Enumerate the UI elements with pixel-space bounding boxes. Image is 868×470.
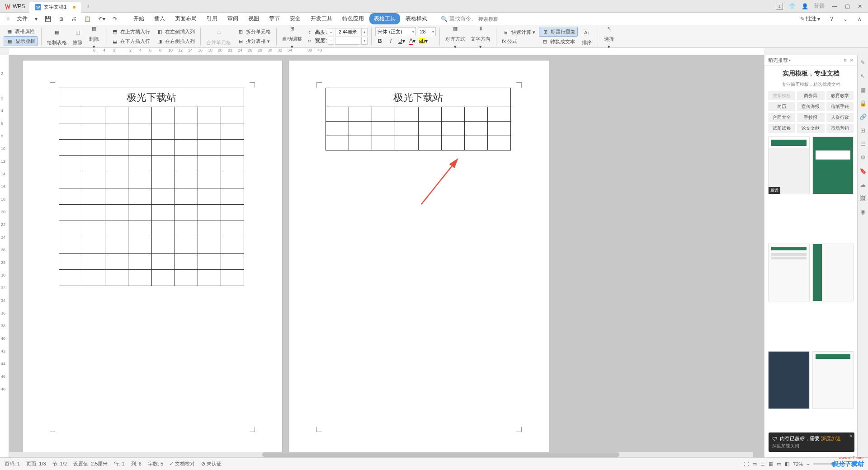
height-inc[interactable]: + bbox=[361, 28, 368, 36]
table-header-cell[interactable]: 极光下载站 bbox=[326, 88, 511, 107]
user-name[interactable]: 普普 bbox=[814, 2, 825, 10]
convert-to-text-button[interactable]: ⊟转换成文本 bbox=[539, 37, 578, 46]
cat-exam[interactable]: 试题试卷 bbox=[768, 124, 795, 133]
text-direction-button[interactable]: ⥮文字方向▾ bbox=[469, 23, 492, 50]
lock-icon[interactable]: 🔒 bbox=[859, 99, 867, 107]
close-button[interactable]: ✕ bbox=[855, 2, 864, 11]
height-dec[interactable]: − bbox=[328, 28, 334, 36]
template-thumb[interactable] bbox=[812, 244, 854, 301]
tab-special[interactable]: 特色应用 bbox=[338, 13, 368, 24]
hamburger-icon[interactable]: ≡ bbox=[4, 15, 12, 23]
undo-icon[interactable]: ↶▾ bbox=[95, 15, 108, 23]
cat-letter[interactable]: 信纸手账 bbox=[826, 102, 854, 111]
insert-col-left-button[interactable]: ◧在左侧插入列 bbox=[154, 27, 197, 36]
cat-poster[interactable]: 宣传海报 bbox=[797, 102, 824, 111]
draw-table-button[interactable]: ▦绘制表格 bbox=[45, 27, 69, 47]
table-1[interactable]: 极光下载站 bbox=[59, 88, 244, 286]
font-size-select[interactable]: 28 bbox=[418, 27, 436, 36]
zoom-value[interactable]: 72% bbox=[793, 461, 803, 467]
tab-start[interactable]: 开始 bbox=[129, 13, 149, 24]
user-avatar-icon[interactable]: 👤 bbox=[801, 3, 808, 10]
bookmark-icon[interactable]: 🔖 bbox=[859, 167, 867, 174]
page-2[interactable]: 极光下载站 bbox=[289, 61, 549, 454]
insert-row-below-button[interactable]: ⬓在下方插入行 bbox=[109, 37, 152, 46]
alignment-button[interactable]: ▦对齐方式▾ bbox=[443, 23, 467, 50]
tab-layout[interactable]: 页面布局 bbox=[170, 13, 201, 24]
panel-menu-icon[interactable]: ≡ bbox=[844, 57, 847, 63]
template-thumb[interactable] bbox=[768, 351, 810, 409]
outline-icon[interactable]: ☰ bbox=[859, 140, 867, 147]
width-inc[interactable]: + bbox=[361, 37, 368, 45]
view-print-icon[interactable]: ▭ bbox=[752, 461, 757, 467]
grid-icon[interactable]: ⊞ bbox=[859, 127, 867, 134]
more-icon[interactable]: ⌄ bbox=[840, 15, 850, 23]
highlight-button[interactable]: ab▾ bbox=[419, 37, 428, 46]
tab-review[interactable]: 审阅 bbox=[223, 13, 243, 24]
quick-calc-button[interactable]: 🖩快速计算▾ bbox=[500, 28, 537, 37]
minimize-button[interactable]: — bbox=[830, 2, 839, 11]
font-family-select[interactable]: 宋体 (正文) bbox=[375, 27, 416, 36]
sort-button[interactable]: A↓排序 bbox=[580, 27, 594, 47]
width-dec[interactable]: − bbox=[328, 37, 334, 45]
template-thumb[interactable] bbox=[768, 244, 810, 301]
select-arrow-icon[interactable]: ↖ bbox=[859, 72, 867, 80]
cat-newspaper[interactable]: 手抄报 bbox=[797, 113, 824, 122]
status-auth[interactable]: ⊘ 未认证 bbox=[201, 461, 222, 467]
print-icon[interactable]: 🖨 bbox=[69, 15, 80, 23]
table-2[interactable]: 极光下载站 bbox=[326, 88, 511, 150]
notification-badge[interactable]: 1 bbox=[776, 3, 783, 10]
table-header-cell[interactable]: 极光下载站 bbox=[59, 88, 244, 107]
tab-devtools[interactable]: 开发工具 bbox=[306, 13, 337, 24]
show-frame-button[interactable]: ▦显示虚框 bbox=[4, 36, 38, 46]
tab-insert[interactable]: 插入 bbox=[150, 13, 170, 24]
layers-icon[interactable]: ▦ bbox=[859, 86, 867, 93]
page-1[interactable]: 极光下载站 bbox=[23, 61, 282, 454]
view-web-icon[interactable]: ▦ bbox=[769, 461, 773, 467]
italic-button[interactable]: I bbox=[386, 37, 395, 46]
document-canvas[interactable]: 极光下载站 极光下载站 bbox=[9, 55, 764, 457]
help-icon[interactable]: ? bbox=[827, 15, 836, 23]
fullscreen-icon[interactable]: ⛶ bbox=[744, 461, 749, 467]
file-menu[interactable]: 文件 bbox=[14, 14, 30, 24]
status-page-no[interactable]: 页码: 1 bbox=[5, 461, 20, 467]
cat-contract[interactable]: 合同大全 bbox=[768, 113, 795, 122]
status-pages[interactable]: 页面: 1/3 bbox=[26, 461, 46, 467]
bold-button[interactable]: B bbox=[375, 37, 384, 46]
cat-business[interactable]: 商务风 bbox=[797, 91, 824, 100]
split-cell-button[interactable]: ⊞拆分单元格 bbox=[235, 27, 273, 36]
template-thumb[interactable] bbox=[812, 351, 854, 409]
cat-resume[interactable]: 简历 bbox=[768, 102, 795, 111]
cat-marketing[interactable]: 市场营销 bbox=[826, 124, 854, 133]
view-read-icon[interactable]: ▭ bbox=[777, 461, 781, 467]
insert-row-above-button[interactable]: ⬒在上方插入行 bbox=[109, 27, 152, 36]
status-spellcheck[interactable]: ✓ 文档校对 bbox=[170, 461, 195, 467]
erase-button[interactable]: ◫擦除 bbox=[71, 27, 85, 47]
font-color-button[interactable]: A▾ bbox=[408, 37, 417, 46]
save-icon[interactable]: 💾 bbox=[42, 15, 54, 23]
search-input[interactable] bbox=[478, 16, 533, 22]
autofit-button[interactable]: ⊞自动调整▾ bbox=[280, 23, 304, 50]
zoom-out-button[interactable]: − bbox=[807, 461, 809, 467]
status-words[interactable]: 字数: 5 bbox=[148, 461, 163, 467]
width-input[interactable] bbox=[335, 37, 360, 45]
horizontal-ruler[interactable]: 642 246 81012 141618 202224 262830 32343… bbox=[9, 48, 764, 55]
height-input[interactable] bbox=[335, 28, 360, 36]
panel-close-icon[interactable]: ✕ bbox=[849, 57, 854, 63]
tab-reference[interactable]: 引用 bbox=[202, 13, 222, 24]
cat-hr[interactable]: 人资行政 bbox=[826, 113, 854, 122]
tab-view[interactable]: 视图 bbox=[244, 13, 264, 24]
view-outline-icon[interactable]: ☰ bbox=[760, 461, 765, 467]
ruler-toggle-icon[interactable]: ◧ bbox=[785, 461, 789, 467]
settings-icon[interactable]: ⚙ bbox=[859, 154, 867, 161]
edit-icon[interactable]: ✎ bbox=[859, 59, 867, 66]
horizontal-scrollbar[interactable] bbox=[9, 452, 753, 457]
redo-icon[interactable]: ↷ bbox=[110, 15, 120, 23]
cloud-icon[interactable]: ☁ bbox=[859, 181, 867, 188]
apparel-icon[interactable]: 👕 bbox=[788, 3, 796, 10]
template-thumb[interactable] bbox=[812, 136, 854, 194]
status-section[interactable]: 节: 1/2 bbox=[52, 461, 67, 467]
formula-button[interactable]: fx 公式 bbox=[500, 38, 537, 45]
delete-button[interactable]: ▦删除▾ bbox=[87, 23, 101, 50]
template-thumb[interactable]: 最近 bbox=[768, 136, 810, 194]
command-search[interactable]: 🔍 查找命令、 bbox=[441, 15, 533, 23]
